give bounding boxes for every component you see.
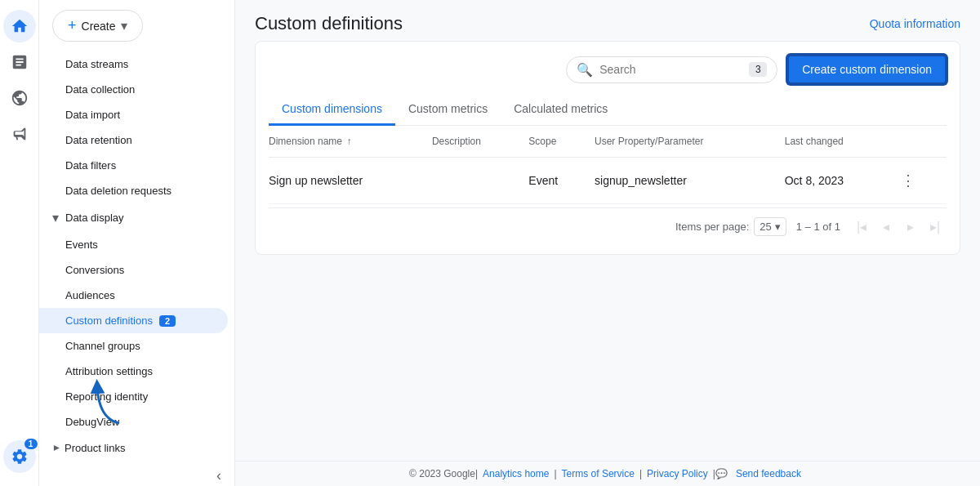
sidebar-item-data-deletion[interactable]: Data deletion requests <box>39 178 234 203</box>
footer-sep-1: | <box>475 468 478 479</box>
cell-row-menu: ⋮ <box>890 158 947 204</box>
card-top-bar: 🔍 3 Create custom dimension <box>269 55 947 84</box>
page-title: Custom definitions <box>255 13 403 34</box>
cell-scope: Event <box>522 158 588 204</box>
product-links-label: Product links <box>65 442 125 454</box>
custom-definitions-badge: 2 <box>159 315 176 327</box>
row-menu-button[interactable]: ⋮ <box>897 169 920 192</box>
page-last-button[interactable]: ▸| <box>924 215 947 238</box>
items-per-page: Items per page: 25 ▾ <box>675 217 786 236</box>
search-input[interactable] <box>599 63 742 76</box>
page-nav: |◂ ◂ ▸ ▸| <box>850 215 947 238</box>
sidebar-item-data-filters[interactable]: Data filters <box>39 153 234 178</box>
cell-last-changed: Oct 8, 2023 <box>778 158 891 204</box>
pagination: Items per page: 25 ▾ 1 – 1 of 1 |◂ ◂ ▸ ▸… <box>269 207 947 241</box>
search-box: 🔍 3 <box>566 56 777 83</box>
sidebar-item-events[interactable]: Events <box>39 232 234 257</box>
search-icon: 🔍 <box>577 62 593 78</box>
col-description: Description <box>425 126 522 158</box>
col-actions <box>890 126 947 158</box>
sidebar-item-audiences[interactable]: Audiences <box>39 283 234 308</box>
sidebar-top: + Create ▾ <box>39 0 234 51</box>
sidebar-item-data-retention[interactable]: Data retention <box>39 127 234 153</box>
page-info: 1 – 1 of 1 <box>796 221 840 233</box>
create-custom-dimension-button[interactable]: Create custom dimension <box>787 55 947 84</box>
tab-custom-dimensions[interactable]: Custom dimensions <box>269 94 395 126</box>
rail-settings-icon[interactable]: 1 <box>3 440 36 473</box>
sidebar: + Create ▾ Data streams Data collection … <box>39 0 235 486</box>
sidebar-item-debugview[interactable]: DebugView <box>39 409 234 435</box>
sidebar-section-product-links[interactable]: ▾ Product links <box>39 435 234 461</box>
dimensions-table: Dimension name ↑ Description Scope User … <box>269 126 947 204</box>
footer: © 2023 Google | Analytics home | Terms o… <box>235 461 980 486</box>
sidebar-item-data-import[interactable]: Data import <box>39 102 234 127</box>
create-chevron-icon: ▾ <box>121 18 127 33</box>
sidebar-item-data-streams[interactable]: Data streams <box>39 51 234 77</box>
sidebar-item-custom-definitions[interactable]: Custom definitions 2 <box>39 308 228 333</box>
tabs: Custom dimensions Custom metrics Calcula… <box>269 94 947 126</box>
tab-custom-metrics[interactable]: Custom metrics <box>395 94 501 126</box>
content-card: 🔍 3 Create custom dimension Custom dimen… <box>255 41 960 255</box>
cell-user-property: signup_newsletter <box>588 158 778 204</box>
footer-analytics-home[interactable]: Analytics home <box>483 468 549 479</box>
sidebar-item-reporting-identity[interactable]: Reporting identity <box>39 384 234 409</box>
feedback-icon: 💬 <box>715 468 728 479</box>
table-row: Sign up newsletter Event signup_newslett… <box>269 158 947 204</box>
per-page-chevron-icon: ▾ <box>775 221 781 233</box>
footer-sep-3: | <box>639 468 642 479</box>
content-area: 🔍 3 Create custom dimension Custom dimen… <box>235 41 980 461</box>
sidebar-section-data-display[interactable]: ▾ Data display <box>39 203 234 232</box>
col-last-changed: Last changed <box>778 126 891 158</box>
footer-sep-2: | <box>554 468 556 479</box>
footer-terms[interactable]: Terms of Service <box>562 468 635 479</box>
rail-home-icon[interactable] <box>3 10 36 42</box>
create-plus-icon: + <box>68 17 77 34</box>
per-page-value: 25 <box>760 221 771 233</box>
rail-advertising-icon[interactable] <box>3 118 36 150</box>
tab-calculated-metrics[interactable]: Calculated metrics <box>501 94 621 126</box>
cell-description <box>425 158 522 204</box>
main-header: Custom definitions Quota information <box>235 0 980 41</box>
page-first-button[interactable]: |◂ <box>850 215 873 238</box>
page-prev-button[interactable]: ◂ <box>875 215 898 238</box>
create-button-label: Create <box>82 20 116 33</box>
data-display-label: Data display <box>65 212 124 224</box>
per-page-select[interactable]: 25 ▾ <box>754 217 786 236</box>
page-next-button[interactable]: ▸ <box>899 215 922 238</box>
create-button[interactable]: + Create ▾ <box>52 10 143 42</box>
sidebar-item-channel-groups[interactable]: Channel groups <box>39 333 234 359</box>
col-user-property: User Property/Parameter <box>588 126 778 158</box>
rail-bottom: 1 <box>3 440 36 486</box>
gear-badge-count: 1 <box>24 439 38 449</box>
data-display-chevron-icon: ▾ <box>52 210 59 225</box>
quota-information-button[interactable]: Quota information <box>870 17 960 30</box>
sidebar-item-conversions[interactable]: Conversions <box>39 257 234 283</box>
main-content: Custom definitions Quota information 🔍 3… <box>235 0 980 486</box>
icon-rail: 1 <box>0 0 39 486</box>
search-count: 3 <box>749 62 767 77</box>
col-dimension-name[interactable]: Dimension name ↑ <box>269 126 425 158</box>
footer-feedback[interactable]: Send feedback <box>736 468 801 479</box>
items-per-page-label: Items per page: <box>675 221 749 233</box>
rail-explore-icon[interactable] <box>3 82 36 114</box>
col-scope: Scope <box>522 126 588 158</box>
product-links-chevron-icon: ▾ <box>49 445 62 451</box>
sidebar-nav: Data streams Data collection Data import… <box>39 51 234 461</box>
sidebar-item-data-collection[interactable]: Data collection <box>39 77 234 102</box>
cell-dimension-name: Sign up newsletter <box>269 158 425 204</box>
sidebar-collapse-button[interactable]: ‹ <box>216 467 221 484</box>
sort-arrow-icon: ↑ <box>346 136 351 147</box>
footer-privacy[interactable]: Privacy Policy <box>647 468 708 479</box>
footer-copyright: © 2023 Google <box>409 468 475 479</box>
sidebar-item-attribution-settings[interactable]: Attribution settings <box>39 359 234 384</box>
rail-reports-icon[interactable] <box>3 46 36 78</box>
sidebar-bottom: ‹ <box>39 461 234 486</box>
